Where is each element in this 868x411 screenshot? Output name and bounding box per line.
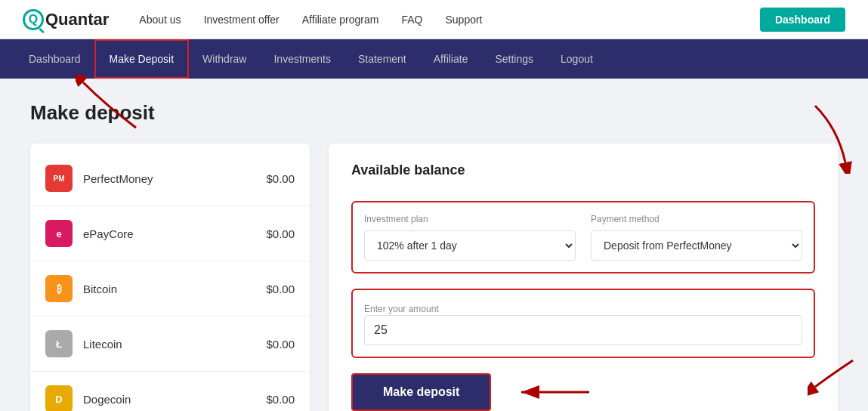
amount-group: Enter your amount (351, 289, 815, 358)
amount-label: Enter your amount (364, 304, 439, 314)
pm-name: PerfectMoney (83, 172, 153, 185)
ep-icon: e (45, 220, 73, 247)
plan-payment-row: Investment plan 102% after 1 day Payment… (351, 201, 815, 273)
submit-row: Make deposit (351, 373, 815, 411)
arrow-to-button (506, 377, 597, 407)
nav-affiliate-program[interactable]: Affiliate program (302, 14, 379, 26)
content-grid: PM PerfectMoney $0.00 e ePayCore $0.00 ₿ (30, 144, 838, 411)
top-nav: Q Quantar About us Investment offer Affi… (0, 0, 868, 39)
subnav-statement[interactable]: Statement (344, 39, 420, 79)
arrow-to-amount (808, 353, 868, 398)
nav-support[interactable]: Support (445, 14, 482, 26)
btc-name: Bitcoin (83, 283, 117, 295)
investment-plan-group: Investment plan 102% after 1 day (364, 214, 576, 261)
btc-icon: ₿ (45, 275, 73, 302)
payment-methods-panel: PM PerfectMoney $0.00 e ePayCore $0.00 ₿ (30, 144, 310, 411)
logo-icon: Q (23, 9, 44, 30)
ltc-amount: $0.00 (266, 338, 295, 351)
payment-method-select[interactable]: Deposit from PerfectMoney (591, 230, 802, 261)
doge-icon: D (45, 385, 73, 411)
investment-plan-select[interactable]: 102% after 1 day (364, 230, 576, 261)
ep-amount: $0.00 (266, 227, 295, 240)
ep-name: ePayCore (83, 227, 134, 240)
logo[interactable]: Q Quantar (23, 9, 109, 30)
subnav-make-deposit[interactable]: Make Deposit (94, 39, 190, 79)
nav-faq[interactable]: FAQ (401, 14, 422, 26)
doge-name: Dogecoin (83, 393, 131, 406)
subnav-affiliate[interactable]: Affiliate (420, 39, 482, 79)
payment-item-litecoin[interactable]: Ł Litecoin $0.00 (30, 317, 310, 372)
btc-amount: $0.00 (266, 283, 295, 295)
nav-about-us[interactable]: About us (139, 14, 181, 26)
sub-nav: Dashboard Make Deposit Withdraw Investme… (0, 39, 868, 79)
subnav-dashboard[interactable]: Dashboard (15, 39, 94, 79)
brand-name: Quantar (45, 10, 109, 29)
main-content: Make deposit PM PerfectMoney $0.00 e ePa… (0, 79, 868, 411)
ltc-name: Litecoin (83, 338, 122, 351)
amount-input[interactable] (364, 315, 802, 345)
available-balance-title: Available balance (351, 162, 815, 178)
make-deposit-button[interactable]: Make deposit (351, 373, 491, 411)
subnav-logout[interactable]: Logout (547, 39, 607, 79)
subnav-settings[interactable]: Settings (481, 39, 547, 79)
ltc-icon: Ł (45, 330, 73, 357)
payment-item-bitcoin[interactable]: ₿ Bitcoin $0.00 (30, 261, 310, 317)
subnav-withdraw[interactable]: Withdraw (189, 39, 260, 79)
dashboard-button[interactable]: Dashboard (760, 8, 845, 32)
payment-item-epaycore[interactable]: e ePayCore $0.00 (30, 206, 310, 261)
pm-icon: PM (45, 165, 73, 192)
deposit-form-panel: Available balance Investment plan (329, 144, 838, 411)
payment-item-dogecoin[interactable]: D Dogecoin $0.00 (30, 372, 310, 411)
payment-item-perfectmoney[interactable]: PM PerfectMoney $0.00 (30, 151, 310, 206)
top-nav-links: About us Investment offer Affiliate prog… (139, 14, 760, 26)
pm-amount: $0.00 (266, 172, 295, 185)
page-title: Make deposit (30, 101, 838, 125)
investment-plan-label: Investment plan (364, 214, 576, 224)
nav-investment-offer[interactable]: Investment offer (204, 14, 280, 26)
subnav-investments[interactable]: Investments (260, 39, 344, 79)
payment-method-label: Payment method (591, 214, 802, 224)
doge-amount: $0.00 (266, 393, 295, 406)
payment-method-group: Payment method Deposit from PerfectMoney (591, 214, 802, 261)
